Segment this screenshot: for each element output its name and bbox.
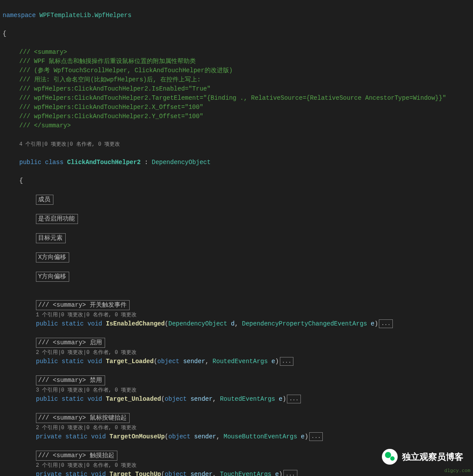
brace-open: { — [0, 29, 473, 38]
wechat-icon — [382, 449, 398, 465]
code-editor[interactable]: namespace WPFTemplateLib.WpfHelpers { //… — [0, 0, 473, 476]
watermark-text: 独立观察员博客 — [402, 450, 463, 463]
collapsed-region[interactable]: X方向偏移 — [0, 252, 473, 262]
method-codelens[interactable]: 2 个引用|0 项更改|0 名作者, 0 项更改 — [0, 423, 473, 432]
method-signature: private static void Target_TouchUp(objec… — [0, 470, 473, 476]
fold-icon[interactable]: ... — [379, 319, 393, 328]
method-signature: public static void Target_Unloaded(objec… — [0, 395, 473, 404]
method-codelens[interactable]: 2 个引用|0 项更改|0 名作者, 0 项更改 — [0, 348, 473, 357]
doc-comment: /// </summary> — [0, 121, 473, 130]
method-signature: public static void Target_Loaded(object … — [0, 357, 473, 366]
doc-comment: /// wpfHelpers:ClickAndTouchHelper2.Y_Of… — [0, 112, 473, 121]
method-summary[interactable]: /// <summary> 开关触发事件 — [0, 300, 473, 310]
method-signature: public static void IsEnabledChanged(Depe… — [0, 319, 473, 329]
namespace-line: namespace WPFTemplateLib.WpfHelpers — [0, 11, 473, 20]
method-summary[interactable]: /// <summary> 鼠标按键抬起 — [0, 413, 473, 423]
fold-icon[interactable]: ... — [280, 357, 294, 366]
namespace-name: WPFTemplateLib.WpfHelpers — [39, 12, 131, 19]
method-codelens[interactable]: 1 个引用|0 项更改|0 名作者, 0 项更改 — [0, 310, 473, 319]
doc-comment: /// wpfHelpers:ClickAndTouchHelper2.Targ… — [0, 94, 473, 103]
class-brace-open: { — [0, 176, 473, 186]
watermark: 独立观察员博客 — [382, 449, 463, 465]
watermark-url: dlgcy.com — [445, 467, 470, 475]
class-declaration: public class ClickAndTouchHelper2 : Depe… — [0, 158, 473, 167]
fold-icon[interactable]: ... — [287, 395, 301, 403]
doc-comment: /// WPF 鼠标点击和触摸操作后重设鼠标位置的附加属性帮助类 — [0, 57, 473, 66]
doc-comment: /// wpfHelpers:ClickAndTouchHelper2.X_Of… — [0, 103, 473, 112]
fold-icon[interactable]: ... — [283, 470, 297, 476]
method-codelens[interactable]: 3 个引用|0 项更改|0 名作者, 0 项更改 — [0, 385, 473, 395]
doc-comment: /// wpfHelpers:ClickAndTouchHelper2.IsEn… — [0, 84, 473, 94]
doc-comment: /// (参考 WpfTouchScrollHelper, ClickAndTo… — [0, 66, 473, 75]
collapsed-region[interactable]: Y方向偏移 — [0, 272, 473, 282]
method-summary[interactable]: /// <summary> 启用 — [0, 338, 473, 348]
method-summary[interactable]: /// <summary> 禁用 — [0, 375, 473, 385]
method-signature: private static void TargetOnMouseUp(obje… — [0, 432, 473, 441]
collapsed-region[interactable]: 是否启用功能 — [0, 214, 473, 224]
class-codelens[interactable]: 4 个引用|0 项更改|0 名作者, 0 项更改 — [0, 140, 473, 149]
doc-comment: /// <summary> — [0, 48, 473, 57]
collapsed-region[interactable]: 成员 — [0, 195, 473, 205]
collapsed-region[interactable]: 目标元素 — [0, 233, 473, 243]
fold-icon[interactable]: ... — [309, 432, 323, 441]
doc-comment: /// 用法: 引入命名空间(比如wpfHelpers)后, 在控件上写上: — [0, 75, 473, 84]
